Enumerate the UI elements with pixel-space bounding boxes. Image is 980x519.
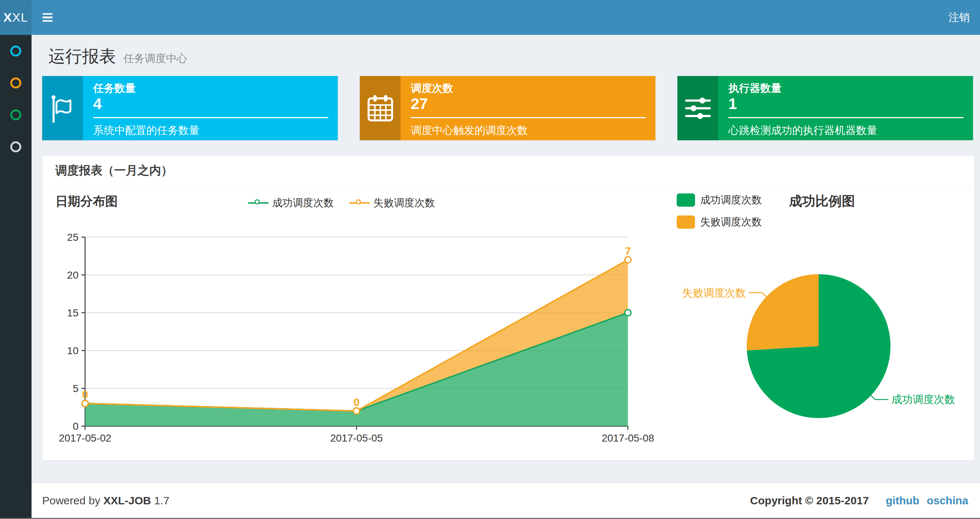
panel-body: 日期分布图 成功调度次数 失败调度次数 bbox=[43, 185, 974, 461]
flag-icon bbox=[42, 76, 83, 140]
top-navbar: XXL 注销 bbox=[0, 0, 980, 35]
stat-label: 任务数量 bbox=[93, 82, 328, 94]
logo-text-rest: XL bbox=[12, 10, 28, 25]
sliders-icon bbox=[678, 76, 718, 140]
panel-title: 调度报表（一月之内） bbox=[56, 156, 974, 185]
sidebar-item-executor circle-icon[interactable] bbox=[10, 141, 21, 152]
app-logo[interactable]: XXL bbox=[0, 0, 32, 35]
svg-text:25: 25 bbox=[67, 232, 78, 243]
stat-divider bbox=[93, 117, 328, 118]
date-distribution-chart: 05101520252017-05-022017-05-052017-05-08… bbox=[43, 185, 671, 461]
page-header: 运行报表 任务调度中心 bbox=[48, 45, 187, 68]
sidebar-item-jobs circle-icon[interactable] bbox=[10, 77, 21, 88]
logout-link[interactable]: 注销 bbox=[948, 0, 970, 35]
copyright-text: Copyright © 2015-2017 bbox=[750, 494, 869, 507]
stat-value: 1 bbox=[729, 95, 964, 113]
point-label: 0 bbox=[82, 388, 88, 401]
pie-callout-label: 失败调度次数 bbox=[682, 287, 746, 299]
oschina-link[interactable]: oschina bbox=[927, 494, 968, 507]
page-title: 运行报表 bbox=[48, 46, 116, 66]
svg-text:20: 20 bbox=[67, 270, 78, 281]
pie-callout-label: 成功调度次数 bbox=[891, 393, 955, 405]
stat-description: 调度中心触发的调度次数 bbox=[411, 124, 646, 137]
stat-description: 心跳检测成功的执行器机器数量 bbox=[729, 124, 964, 137]
svg-text:5: 5 bbox=[73, 383, 78, 394]
svg-text:2017-05-08: 2017-05-08 bbox=[601, 433, 654, 444]
svg-text:0: 0 bbox=[73, 421, 78, 432]
calendar-icon bbox=[360, 76, 401, 140]
stat-description: 系统中配置的任务数量 bbox=[93, 124, 328, 137]
stat-label: 执行器数量 bbox=[729, 82, 964, 94]
stat-card-triggers: 调度次数 27 调度中心触发的调度次数 bbox=[360, 76, 655, 140]
pie-chart-block: 成功调度次数 失败调度次数 成功比例图 成功调度次数失败调度次数 bbox=[671, 185, 975, 461]
powered-by: Powered by XXL-JOB 1.7 bbox=[42, 494, 169, 507]
point-label: 7 bbox=[625, 245, 631, 257]
stat-value: 4 bbox=[93, 95, 328, 113]
stat-divider bbox=[411, 117, 646, 118]
svg-text:2017-05-02: 2017-05-02 bbox=[59, 433, 111, 444]
point-label: 0 bbox=[353, 396, 360, 408]
xxl-job-dashboard: XXL 注销 运行报表 任务调度中心 任务数量 bbox=[0, 0, 980, 519]
stat-divider bbox=[729, 117, 964, 118]
pie-label-line bbox=[871, 396, 889, 400]
stat-value: 27 bbox=[411, 95, 646, 113]
page-subtitle: 任务调度中心 bbox=[123, 53, 187, 64]
github-link[interactable]: github bbox=[886, 494, 920, 507]
success-ratio-pie-chart: 成功调度次数失败调度次数 bbox=[671, 185, 975, 461]
sidebar-toggle-icon[interactable] bbox=[43, 0, 65, 35]
panel-header: 调度报表（一月之内） bbox=[43, 156, 974, 185]
stat-label: 调度次数 bbox=[411, 82, 646, 94]
main-footer: Powered by XXL-JOB 1.7 Copyright © 2015-… bbox=[32, 483, 980, 518]
brand-name: XXL-JOB bbox=[103, 494, 151, 506]
copyright-block: Copyright © 2015-2017 github oschina bbox=[750, 494, 968, 507]
sidebar bbox=[0, 35, 32, 519]
sidebar-item-logs circle-icon[interactable] bbox=[10, 109, 21, 120]
pie-label-line bbox=[749, 293, 767, 297]
sidebar-item-report circle-icon[interactable] bbox=[10, 46, 21, 56]
pie-slice bbox=[747, 274, 819, 350]
svg-text:10: 10 bbox=[67, 345, 78, 356]
stat-card-jobs: 任务数量 4 系统中配置的任务数量 bbox=[42, 76, 338, 140]
svg-text:15: 15 bbox=[67, 307, 78, 319]
content-area: 运行报表 任务调度中心 任务数量 4 系统中配置的任务数量 bbox=[32, 35, 980, 483]
logo-text-bold: X bbox=[3, 10, 12, 25]
schedule-report-panel: 调度报表（一月之内） 日期分布图 成功调度次数 bbox=[42, 155, 975, 461]
stat-card-executors: 执行器数量 1 心跳检测成功的执行器机器数量 bbox=[678, 76, 973, 140]
svg-text:2017-05-05: 2017-05-05 bbox=[330, 433, 383, 444]
